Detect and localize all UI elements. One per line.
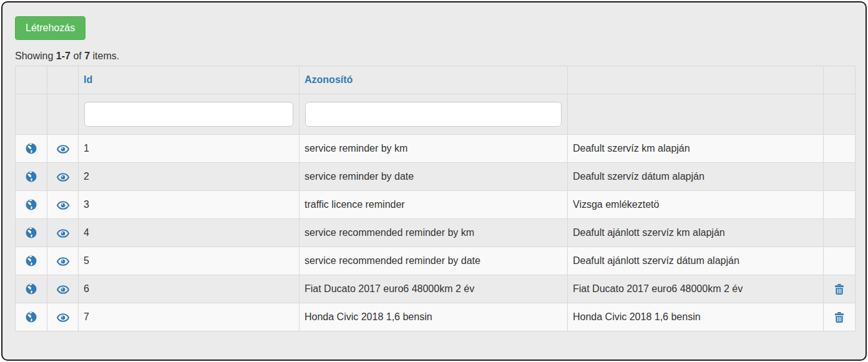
header-row: Id Azonosító (16, 66, 856, 94)
table-row: 6 Fiat Ducato 2017 euro6 48000km 2 év Fi… (16, 275, 856, 303)
cell-actions (824, 275, 856, 303)
summary-range: 1-7 (56, 51, 71, 61)
table-row: 2 service reminder by date Deafult szerv… (16, 163, 856, 191)
globe-link[interactable] (26, 199, 37, 210)
globe-icon (26, 143, 37, 154)
cell-nev: Deafult ajánlott szervíz km alapján (568, 219, 824, 247)
filter-row (16, 94, 856, 135)
cell-id: 4 (79, 219, 300, 247)
filter-cell-nev (568, 94, 824, 135)
summary-middle: of (71, 51, 84, 61)
summary-suffix: items. (90, 51, 119, 61)
globe-link[interactable] (26, 255, 37, 267)
cell-id: 7 (79, 303, 300, 331)
filter-input-id[interactable] (84, 102, 293, 127)
globe-icon (26, 171, 37, 182)
column-header-view (47, 66, 79, 94)
cell-azonosito: Honda Civic 2018 1,6 bensin (300, 303, 568, 331)
view-link[interactable] (57, 285, 69, 294)
cell-id: 1 (79, 135, 300, 163)
cell-id: 3 (79, 191, 300, 219)
cell-azonosito: service reminder by date (300, 163, 568, 191)
summary-total: 7 (84, 51, 90, 61)
view-link[interactable] (57, 229, 69, 238)
cell-actions (824, 303, 856, 331)
column-header-globe (16, 66, 47, 94)
cell-nev: Honda Civic 2018 1,6 bensin (568, 303, 824, 331)
filter-cell-id (79, 94, 300, 135)
eye-icon (57, 173, 69, 182)
cell-nev: Fiat Ducato 2017 euro6 48000km 2 év (568, 275, 824, 303)
cell-azonosito: service recommended reminder by date (300, 247, 568, 275)
cell-azonosito: service reminder by km (300, 135, 568, 163)
globe-link[interactable] (26, 227, 37, 238)
trash-icon (835, 312, 844, 323)
view-link[interactable] (57, 145, 69, 154)
filter-cell-view (47, 94, 79, 135)
column-header-actions (824, 66, 856, 94)
cell-actions (824, 191, 856, 219)
delete-link[interactable] (835, 312, 844, 323)
cell-azonosito: Fiat Ducato 2017 euro6 48000km 2 év (300, 275, 568, 303)
cell-nev: Deafult szervíz dátum alapján (568, 163, 824, 191)
globe-link[interactable] (26, 171, 37, 182)
delete-link[interactable] (835, 284, 844, 295)
globe-icon (26, 199, 37, 210)
filter-cell-azonosito (300, 94, 568, 135)
table-row: 5 service recommended reminder by date D… (16, 247, 856, 275)
column-header-nev (568, 66, 824, 94)
globe-link[interactable] (26, 311, 37, 323)
table-row: 4 service recommended reminder by km Dea… (16, 219, 856, 247)
column-header-id: Id (79, 66, 300, 94)
sort-link-id[interactable]: Id (84, 74, 92, 85)
eye-icon (57, 201, 69, 210)
eye-icon (57, 285, 69, 294)
globe-icon (26, 283, 37, 295)
cell-id: 6 (79, 275, 300, 303)
view-link[interactable] (57, 173, 69, 182)
table-row: 1 service reminder by km Deafult szervíz… (16, 135, 856, 163)
table-row: 7 Honda Civic 2018 1,6 bensin Honda Civi… (16, 303, 856, 331)
globe-link[interactable] (26, 283, 37, 295)
grid-body: 1 service reminder by km Deafult szervíz… (16, 135, 856, 331)
page-panel: Létrehozás Showing 1-7 of 7 items. Id Az… (1, 1, 867, 361)
column-header-azonosito: Azonosító (300, 66, 568, 94)
grid-header: Id Azonosító (16, 66, 856, 135)
view-link[interactable] (57, 313, 69, 322)
eye-icon (57, 313, 69, 322)
filter-cell-actions (824, 94, 856, 135)
globe-link[interactable] (26, 143, 37, 154)
view-link[interactable] (57, 257, 69, 266)
cell-id: 2 (79, 163, 300, 191)
eye-icon (57, 257, 69, 266)
filter-input-azonosito[interactable] (305, 102, 562, 127)
globe-icon (26, 255, 37, 267)
cell-azonosito: traffic licence reminder (300, 191, 568, 219)
cell-azonosito: service recommended reminder by km (300, 219, 568, 247)
view-link[interactable] (57, 201, 69, 210)
summary-text: Showing 1-7 of 7 items. (15, 50, 866, 62)
cell-actions (824, 219, 856, 247)
sort-link-azonosito[interactable]: Azonosító (305, 74, 353, 85)
cell-nev: Deafult szervíz km alapján (568, 135, 824, 163)
trash-icon (835, 284, 844, 295)
cell-actions (824, 247, 856, 275)
table-row: 3 traffic licence reminder Vizsga emléke… (16, 191, 856, 219)
eye-icon (57, 145, 69, 154)
filter-cell-globe (16, 94, 47, 135)
cell-nev: Vizsga emlékeztetö (568, 191, 824, 219)
summary-prefix: Showing (15, 51, 56, 61)
globe-icon (26, 311, 37, 323)
cell-id: 5 (79, 247, 300, 275)
grid-table: Id Azonosító (15, 66, 856, 331)
cell-actions (824, 163, 856, 191)
page-content: Létrehozás Showing 1-7 of 7 items. Id Az… (2, 2, 866, 331)
create-button[interactable]: Létrehozás (15, 16, 85, 40)
globe-icon (26, 227, 37, 238)
cell-actions (824, 135, 856, 163)
eye-icon (57, 229, 69, 238)
cell-nev: Deafult ajánlott szervíz dátum alapján (568, 247, 824, 275)
